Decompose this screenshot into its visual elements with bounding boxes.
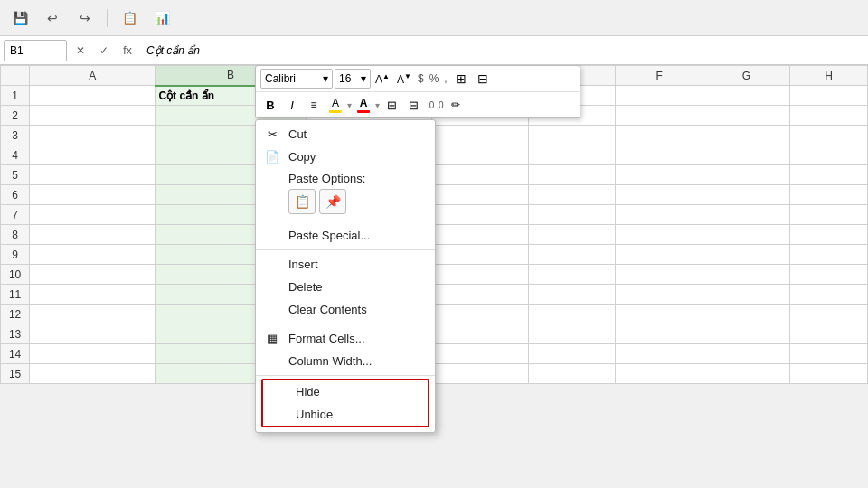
cell-e5[interactable]	[528, 165, 615, 185]
row-header-4[interactable]: 4	[1, 145, 30, 165]
cell-g7[interactable]	[703, 205, 789, 225]
insert-menu-item[interactable]: Insert	[256, 253, 435, 276]
cell-a2[interactable]	[30, 106, 156, 126]
col-header-a[interactable]: A	[30, 66, 156, 86]
row-header-9[interactable]: 9	[1, 245, 30, 265]
cell-e15[interactable]	[528, 364, 615, 384]
cell-reference-box[interactable]: B1	[4, 40, 67, 61]
cell-f15[interactable]	[616, 364, 703, 384]
cell-d5[interactable]	[431, 165, 528, 185]
cell-f12[interactable]	[616, 305, 703, 324]
cell-g9[interactable]	[703, 245, 789, 265]
cell-g12[interactable]	[703, 305, 789, 324]
border3-button[interactable]: ⊟	[403, 95, 423, 115]
cell-h15[interactable]	[790, 364, 868, 384]
cell-f7[interactable]	[616, 205, 703, 225]
cell-f5[interactable]	[616, 165, 703, 185]
cell-h9[interactable]	[790, 245, 868, 265]
formula-input[interactable]	[141, 40, 864, 61]
cell-g6[interactable]	[703, 185, 789, 205]
cell-g10[interactable]	[703, 265, 789, 285]
cell-d9[interactable]	[431, 245, 528, 265]
cell-f4[interactable]	[616, 145, 703, 165]
cell-g3[interactable]	[703, 126, 789, 145]
row-header-10[interactable]: 10	[1, 265, 30, 285]
cell-a4[interactable]	[30, 145, 156, 165]
cell-a10[interactable]	[30, 265, 156, 285]
cell-g13[interactable]	[703, 324, 789, 344]
merge-button[interactable]: ⊟	[473, 69, 493, 89]
cell-g14[interactable]	[703, 344, 789, 364]
italic-button[interactable]: I	[282, 95, 302, 115]
cell-a6[interactable]	[30, 185, 156, 205]
cell-f3[interactable]	[616, 126, 703, 145]
cell-d13[interactable]	[431, 324, 528, 344]
row-header-13[interactable]: 13	[1, 324, 30, 344]
copy-menu-item[interactable]: 📄 Copy	[256, 145, 435, 168]
cell-h11[interactable]	[790, 285, 868, 305]
cell-a5[interactable]	[30, 165, 156, 185]
cell-e14[interactable]	[528, 344, 615, 364]
paste-button-2[interactable]: 📌	[319, 189, 346, 214]
cell-g4[interactable]	[703, 145, 789, 165]
row-header-14[interactable]: 14	[1, 344, 30, 364]
fill-color-button[interactable]: A	[326, 95, 345, 115]
cell-h12[interactable]	[790, 305, 868, 324]
cell-g1[interactable]	[703, 86, 789, 106]
cell-a3[interactable]	[30, 126, 156, 145]
font-size-selector[interactable]: 16 ▾	[335, 69, 371, 89]
row-header-7[interactable]: 7	[1, 205, 30, 225]
cell-a8[interactable]	[30, 225, 156, 245]
row-header-8[interactable]: 8	[1, 225, 30, 245]
cell-g11[interactable]	[703, 285, 789, 305]
column-width-menu-item[interactable]: Column Width...	[256, 350, 435, 372]
cell-a11[interactable]	[30, 285, 156, 305]
cell-d4[interactable]	[431, 145, 528, 165]
cell-e9[interactable]	[528, 245, 615, 265]
cell-f9[interactable]	[616, 245, 703, 265]
row-header-2[interactable]: 2	[1, 106, 30, 126]
font-name-selector[interactable]: Calibri ▾	[260, 69, 333, 89]
format-button[interactable]: 📊	[149, 6, 175, 30]
cell-g5[interactable]	[703, 165, 789, 185]
cell-a13[interactable]	[30, 324, 156, 344]
cell-h6[interactable]	[790, 185, 868, 205]
cell-d3[interactable]	[431, 126, 528, 145]
border-button[interactable]: ⊞	[451, 69, 471, 89]
decrease-font-button[interactable]: A▼	[394, 69, 414, 89]
cell-h2[interactable]	[790, 106, 868, 126]
col-header-g[interactable]: G	[703, 66, 789, 86]
cell-e11[interactable]	[528, 285, 615, 305]
row-header-3[interactable]: 3	[1, 126, 30, 145]
cell-f2[interactable]	[616, 106, 703, 126]
col-header-h[interactable]: H	[790, 66, 868, 86]
cell-h5[interactable]	[790, 165, 868, 185]
cell-a9[interactable]	[30, 245, 156, 265]
unhide-menu-item[interactable]: Unhide	[263, 403, 428, 426]
row-header-5[interactable]: 5	[1, 165, 30, 185]
cell-a7[interactable]	[30, 205, 156, 225]
cell-f13[interactable]	[616, 324, 703, 344]
format-cells-menu-item[interactable]: ▦ Format Cells...	[256, 327, 435, 350]
format-painter-button[interactable]: ✏	[446, 95, 466, 115]
cell-f14[interactable]	[616, 344, 703, 364]
cell-f1[interactable]	[616, 86, 703, 106]
cell-h7[interactable]	[790, 205, 868, 225]
cell-f10[interactable]	[616, 265, 703, 285]
cell-e7[interactable]	[528, 205, 615, 225]
undo-button[interactable]: ↩	[40, 6, 65, 30]
cell-d8[interactable]	[431, 225, 528, 245]
increase-font-button[interactable]: A▲	[373, 69, 392, 89]
row-header-11[interactable]: 11	[1, 285, 30, 305]
cell-g15[interactable]	[703, 364, 789, 384]
cell-d15[interactable]	[431, 364, 528, 384]
formula-confirm-button[interactable]: ✓	[94, 41, 114, 61]
align-button[interactable]: ≡	[304, 95, 324, 115]
cell-g8[interactable]	[703, 225, 789, 245]
cell-a14[interactable]	[30, 344, 156, 364]
cut-menu-item[interactable]: ✂ Cut	[256, 123, 435, 145]
paste-special-menu-item[interactable]: Paste Special...	[256, 224, 435, 247]
cell-g2[interactable]	[703, 106, 789, 126]
formula-cancel-button[interactable]: ✕	[71, 41, 90, 61]
bold-button[interactable]: B	[260, 95, 280, 115]
